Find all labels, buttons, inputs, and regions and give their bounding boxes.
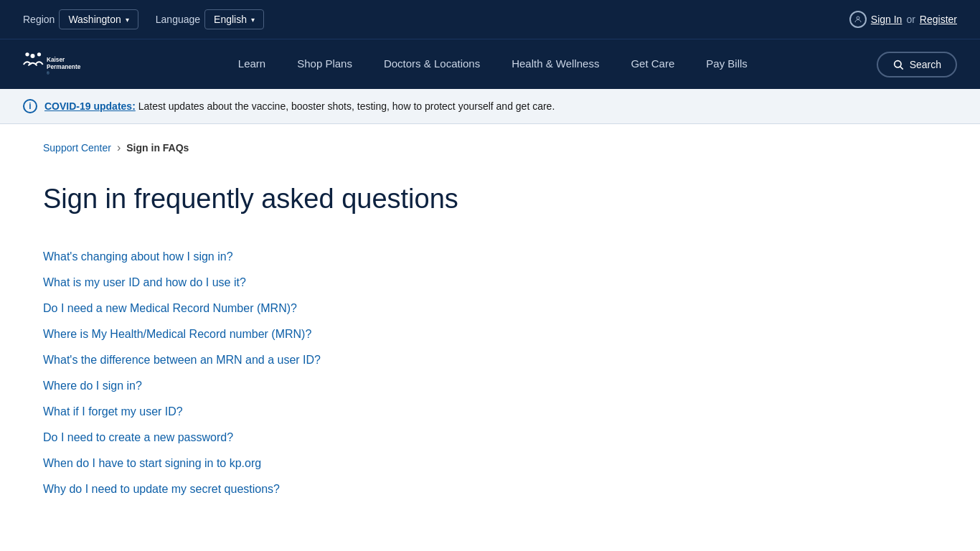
chevron-down-icon: ▾ xyxy=(126,16,129,24)
nav-bar: Kaiser Permanente ® Learn Shop Plans Doc… xyxy=(0,39,980,89)
language-value: English xyxy=(214,14,247,25)
register-link[interactable]: Register xyxy=(920,14,957,25)
user-icon xyxy=(849,11,867,28)
breadcrumb-parent[interactable]: Support Center xyxy=(43,142,111,154)
nav-links: Learn Shop Plans Doctors & Locations Hea… xyxy=(109,39,877,90)
breadcrumb: Support Center › Sign in FAQs xyxy=(43,141,957,154)
nav-link-get-care[interactable]: Get Care xyxy=(615,39,690,90)
nav-link-health-wellness[interactable]: Health & Wellness xyxy=(496,39,615,90)
nav-link-pay-bills[interactable]: Pay Bills xyxy=(690,39,763,90)
svg-text:Kaiser: Kaiser xyxy=(47,56,65,62)
faq-link-1[interactable]: What's changing about how I sign in? xyxy=(43,245,957,269)
faq-link-5[interactable]: What's the difference between an MRN and… xyxy=(43,348,957,372)
logo-area[interactable]: Kaiser Permanente ® xyxy=(23,47,109,82)
svg-point-0 xyxy=(857,17,859,19)
region-label: Region xyxy=(23,14,55,25)
language-selector: Language English ▾ xyxy=(156,9,264,29)
region-value: Washington xyxy=(68,14,121,25)
svg-text:Permanente: Permanente xyxy=(47,64,81,70)
nav-link-shop-plans[interactable]: Shop Plans xyxy=(281,39,368,90)
search-button[interactable]: Search xyxy=(877,52,957,77)
faq-link-8[interactable]: Do I need to create a new password? xyxy=(43,425,957,450)
svg-point-2 xyxy=(37,52,41,56)
or-text: or xyxy=(906,14,915,25)
faq-link-9[interactable]: When do I have to start signing in to kp… xyxy=(43,451,957,476)
page-title: Sign in frequently asked questions xyxy=(43,183,957,216)
faq-link-2[interactable]: What is my user ID and how do I use it? xyxy=(43,270,957,295)
svg-point-3 xyxy=(25,52,29,56)
top-bar-left: Region Washington ▾ Language English ▾ xyxy=(23,9,264,29)
breadcrumb-current: Sign in FAQs xyxy=(126,142,189,154)
faq-link-6[interactable]: Where do I sign in? xyxy=(43,374,957,398)
faq-link-3[interactable]: Do I need a new Medical Record Number (M… xyxy=(43,296,957,321)
language-label: Language xyxy=(156,14,200,25)
region-selector: Region Washington ▾ xyxy=(23,9,138,29)
faq-link-4[interactable]: Where is My Health/Medical Record number… xyxy=(43,322,957,347)
faq-list: What's changing about how I sign in?What… xyxy=(43,245,957,501)
top-bar-right: Sign In or Register xyxy=(849,11,957,28)
search-label: Search xyxy=(910,59,941,70)
logo: Kaiser Permanente ® xyxy=(23,47,109,82)
covid-banner: i COVID-19 updates: Latest updates about… xyxy=(0,89,980,124)
svg-line-8 xyxy=(900,67,903,70)
info-icon: i xyxy=(23,99,37,113)
covid-banner-description: Latest updates about the vaccine, booste… xyxy=(138,100,555,112)
search-icon xyxy=(892,59,904,70)
top-bar: Region Washington ▾ Language English ▾ S… xyxy=(0,0,980,39)
covid-link[interactable]: COVID-19 updates: xyxy=(44,100,136,112)
chevron-down-icon: ▾ xyxy=(251,16,255,24)
faq-link-7[interactable]: What if I forget my user ID? xyxy=(43,400,957,424)
language-button[interactable]: English ▾ xyxy=(204,9,264,29)
nav-link-doctors-locations[interactable]: Doctors & Locations xyxy=(368,39,496,90)
region-button[interactable]: Washington ▾ xyxy=(59,9,138,29)
nav-link-learn[interactable]: Learn xyxy=(222,39,281,90)
svg-point-1 xyxy=(31,54,35,58)
main-content: Support Center › Sign in FAQs Sign in fr… xyxy=(0,124,980,545)
covid-banner-text: COVID-19 updates: Latest updates about t… xyxy=(44,100,555,112)
faq-link-10[interactable]: Why do I need to update my secret questi… xyxy=(43,477,957,501)
breadcrumb-separator: › xyxy=(117,141,121,154)
sign-in-link[interactable]: Sign In xyxy=(871,14,903,25)
svg-point-7 xyxy=(894,60,900,67)
svg-text:®: ® xyxy=(47,70,50,75)
